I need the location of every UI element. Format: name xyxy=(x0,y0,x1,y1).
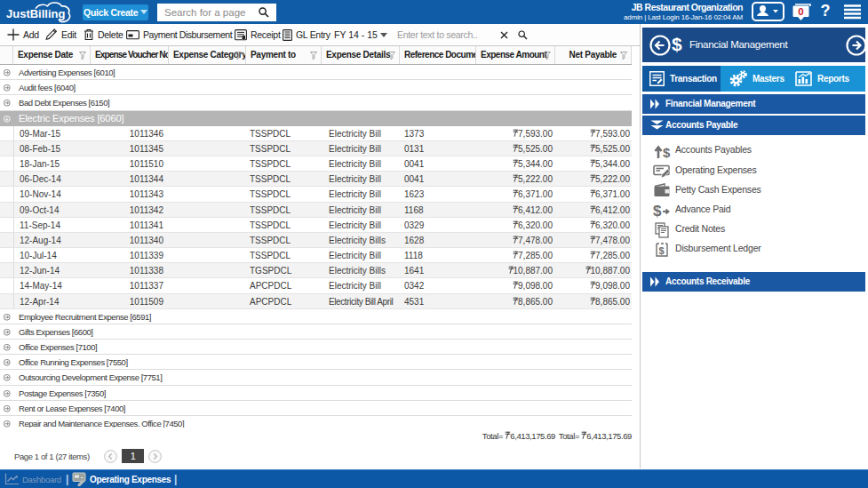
svg-text:$: $ xyxy=(663,145,671,160)
svg-text:$: $ xyxy=(653,203,662,220)
svg-text:0: 0 xyxy=(798,6,803,17)
svg-text:$: $ xyxy=(659,245,665,256)
